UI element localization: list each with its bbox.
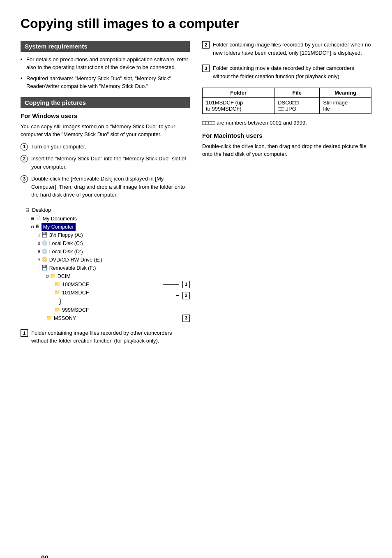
tree-dvd-label: DVD/CD-RW Drive (E:) bbox=[49, 256, 102, 264]
system-req-bullet-1: For details on precautions and compatibl… bbox=[21, 56, 190, 72]
tree-my-computer-label: My Computer bbox=[42, 223, 76, 231]
callout-box-3: 3 bbox=[182, 315, 190, 322]
tree-999msdcf: 📁 999MSDCF bbox=[54, 306, 190, 314]
tree-desktop-label: Desktop bbox=[32, 206, 51, 214]
step-3-num: 3 bbox=[21, 175, 28, 183]
right-note-3-num: 3 bbox=[202, 65, 210, 72]
tree-my-documents: ⊞ 📄 My Documents bbox=[25, 215, 190, 223]
step-2-num: 2 bbox=[21, 155, 28, 162]
footnote-1-text: Folder containing image files recorded b… bbox=[31, 329, 190, 345]
tree-my-documents-label: My Documents bbox=[43, 215, 77, 223]
step-1-text: Turn on your computer. bbox=[31, 143, 190, 151]
table-header-folder: Folder bbox=[203, 88, 274, 98]
tree-mssony-row: 📁 MSSONY 3 bbox=[25, 314, 190, 322]
system-requirements-list: For details on precautions and compatibl… bbox=[21, 56, 190, 90]
tree-floppy-label: 3½ Floppy (A:) bbox=[49, 231, 83, 239]
callout-box-1: 1 bbox=[182, 281, 190, 288]
system-requirements-header: System requirements bbox=[21, 41, 190, 52]
step-1: 1 Turn on your computer. bbox=[21, 143, 190, 151]
mac-users-text: Double-click the drive icon, then drag a… bbox=[202, 142, 371, 158]
table-cell-folder: 101MSDCF (upto 999MSDCF) bbox=[203, 98, 274, 114]
right-note-2-num: 2 bbox=[202, 41, 210, 49]
right-note-3-text: Folder containing movie data recorded by… bbox=[213, 64, 371, 80]
right-note-3: 3 Folder containing movie data recorded … bbox=[202, 64, 371, 80]
tree-mssony-label: MSSONY bbox=[54, 314, 76, 322]
windows-intro-text: You can copy still images stored on a "M… bbox=[21, 123, 190, 139]
mac-users-title: For Macintosh users bbox=[202, 132, 371, 139]
tree-100msdcf-row: 📁 100MSDCF 1 bbox=[25, 280, 190, 289]
right-note-2-text: Folder containing image files recorded b… bbox=[213, 41, 371, 57]
squares-footnote: □□□□ are numbers between 0001 and 9999. bbox=[202, 119, 371, 127]
tree-curly-brace: } bbox=[54, 297, 173, 306]
step-3-text: Double-click the [Removable Disk] icon d… bbox=[31, 175, 190, 199]
tree-local-c: ⊞ 💿 Local Disk (C:) bbox=[25, 239, 190, 248]
tree-101msdcf-label: 101MSDCF bbox=[62, 289, 89, 297]
file-tree-diagram: 🖥 Desktop ⊞ 📄 My Documents ⊟ 🖥 My Comput… bbox=[25, 206, 190, 322]
tree-local-d: ⊞ 💿 Local Disk (D:) bbox=[25, 248, 190, 256]
tree-my-computer: ⊟ 🖥 My Computer bbox=[25, 223, 190, 231]
tree-101msdcf-row: 📁 101MSDCF } 2 bbox=[25, 289, 190, 306]
table-header-meaning: Meaning bbox=[320, 88, 371, 98]
step-3: 3 Double-click the [Removable Disk] icon… bbox=[21, 175, 190, 199]
right-note-2: 2 Folder containing image files recorded… bbox=[202, 41, 371, 57]
folder-file-table: Folder File Meaning 101MSDCF (upto 999MS… bbox=[202, 88, 371, 114]
tree-101msdcf: 📁 101MSDCF bbox=[54, 289, 173, 297]
table-header-file: File bbox=[274, 88, 320, 98]
footnote-1: 1 Folder containing image files recorded… bbox=[21, 329, 190, 345]
callout-box-2: 2 bbox=[182, 292, 190, 299]
tree-999msdcf-label: 999MSDCF bbox=[62, 306, 89, 314]
tree-desktop: 🖥 Desktop bbox=[25, 206, 190, 215]
step-2-text: Insert the "Memory Stick Duo" into the "… bbox=[31, 155, 190, 171]
tree-100msdcf: 📁 100MSDCF bbox=[54, 280, 160, 289]
system-req-bullet-2: Required hardware: "Memory Stick Duo" sl… bbox=[21, 75, 190, 90]
tree-removable-disk: ⊟ 💾 Removable Disk (F:) bbox=[25, 264, 190, 272]
tree-local-d-label: Local Disk (D:) bbox=[49, 248, 83, 256]
step-2: 2 Insert the "Memory Stick Duo" into the… bbox=[21, 155, 190, 171]
tree-dcim: ⊟ 📁 DCIM bbox=[25, 272, 190, 280]
page-title: Copying still images to a computer bbox=[21, 16, 371, 31]
tree-dvd: ⊞ 📀 DVD/CD-RW Drive (E:) bbox=[25, 256, 190, 264]
tree-local-c-label: Local Disk (C:) bbox=[49, 239, 83, 248]
table-row: 101MSDCF (upto 999MSDCF) DSC0□□□□.JPG St… bbox=[203, 98, 371, 114]
windows-users-title: For Windows users bbox=[21, 112, 190, 119]
left-column: System requirements For details on preca… bbox=[21, 41, 190, 351]
tree-100msdcf-label: 100MSDCF bbox=[62, 280, 89, 289]
footnote-1-num: 1 bbox=[21, 329, 28, 337]
tree-floppy: ⊞ 💾 3½ Floppy (A:) bbox=[25, 231, 190, 239]
table-cell-meaning: Still imagefile bbox=[320, 98, 371, 114]
step-1-num: 1 bbox=[21, 143, 28, 150]
page-number: 90 bbox=[41, 555, 48, 558]
tree-removable-label: Removable Disk (F:) bbox=[49, 264, 96, 272]
right-column: 2 Folder containing image files recorded… bbox=[202, 41, 371, 351]
copying-pictures-header: Copying the pictures bbox=[21, 97, 190, 108]
tree-999msdcf-row: 📁 999MSDCF bbox=[25, 306, 190, 314]
tree-dcim-label: DCIM bbox=[58, 272, 71, 280]
tree-mssony: 📁 MSSONY bbox=[46, 314, 152, 322]
table-cell-file: DSC0□□□□.JPG bbox=[274, 98, 320, 114]
